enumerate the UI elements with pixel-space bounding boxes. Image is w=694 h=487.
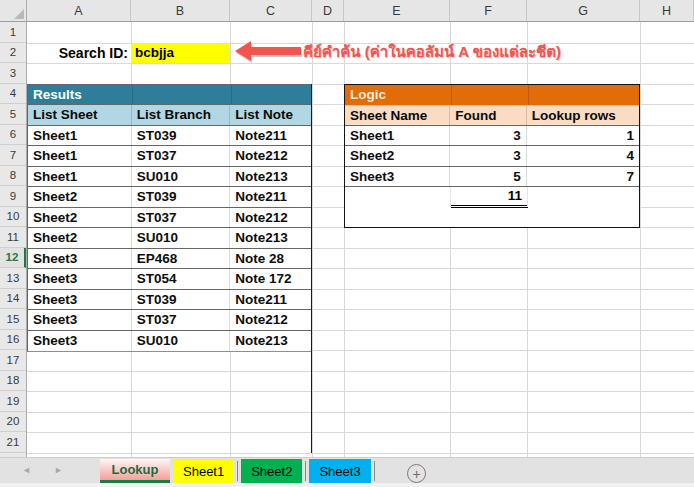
logic-total-row: 11 [345,187,639,208]
cell[interactable]: Sheet2 [28,208,132,228]
cell[interactable]: List Note [230,105,312,125]
results-title: Results [33,87,82,102]
logic-title-cell[interactable]: Logic [345,85,639,106]
cell[interactable]: Found [450,106,526,125]
row-header-20[interactable]: 20 [0,412,26,433]
cell[interactable]: Sheet1 [28,146,132,166]
select-all-corner[interactable] [0,0,27,22]
logic-total-cell[interactable]: 11 [451,187,528,208]
cell[interactable]: Note 172 [230,269,312,289]
row-header-8[interactable]: 8 [0,166,26,187]
cell[interactable]: Sheet2 [28,187,132,207]
cell[interactable]: List Sheet [28,105,132,125]
prev-sheet-icon[interactable]: ◄ [22,465,31,475]
cell[interactable]: Sheet Name [345,106,450,125]
cell[interactable]: Sheet3 [28,269,132,289]
column-header-F[interactable]: F [450,0,527,21]
logic-body: Sheet131Sheet234Sheet357 [345,126,639,188]
cell[interactable]: Note213 [230,167,312,187]
cell[interactable]: SU010 [132,228,231,248]
row-header-6[interactable]: 6 [0,125,26,146]
column-header-A[interactable]: A [27,0,131,21]
row-header-9[interactable]: 9 [0,186,26,207]
cell[interactable]: Note212 [230,208,312,228]
row-header-7[interactable]: 7 [0,145,26,166]
cell[interactable]: Sheet3 [28,249,132,269]
select-all-triangle-icon [14,9,24,19]
cell[interactable]: Sheet3 [28,290,132,310]
cell[interactable]: Note 28 [230,249,312,269]
row-header-21[interactable]: 21 [0,432,26,453]
cell[interactable]: ST039 [132,187,231,207]
cell[interactable]: Note213 [230,228,312,248]
cell[interactable]: ST037 [132,310,231,330]
next-sheet-icon[interactable]: ► [54,465,63,475]
cell[interactable]: ST039 [132,290,231,310]
cell[interactable]: 5 [450,167,526,187]
cell[interactable]: SU010 [132,331,231,352]
column-header-B[interactable]: B [131,0,230,21]
cell[interactable]: 7 [527,167,639,187]
cell[interactable]: 3 [450,126,526,146]
cell[interactable]: 1 [527,126,639,146]
row-header-14[interactable]: 14 [0,289,26,310]
cell[interactable]: Sheet3 [28,331,132,352]
cell[interactable]: Sheet2 [28,228,132,248]
cell[interactable]: Sheet1 [28,126,132,146]
row-headers: 12345678910111213141516171819202122 [0,22,27,457]
cell[interactable]: ST037 [132,208,231,228]
cell[interactable]: EP468 [132,249,231,269]
cell[interactable]: Note212 [230,310,312,330]
add-sheet-button[interactable]: + [407,464,426,483]
search-id-value-cell[interactable]: bcbjja [131,43,230,64]
cell[interactable]: Note211 [230,187,312,207]
cell[interactable]: Sheet3 [345,167,450,187]
results-row: Sheet1ST039Note211 [28,126,312,147]
row-header-5[interactable]: 5 [0,104,26,125]
row-header-18[interactable]: 18 [0,371,26,392]
row-header-3[interactable]: 3 [0,63,26,84]
cell[interactable]: 4 [527,146,639,166]
row-header-19[interactable]: 19 [0,391,26,412]
cell[interactable]: Sheet1 [28,167,132,187]
results-row: Sheet3ST037Note212 [28,310,312,331]
sheet-tabs: LookupSheet1Sheet2Sheet3 [100,459,378,483]
tab-sheet2[interactable]: Sheet2 [241,459,302,483]
cell[interactable]: ST054 [132,269,231,289]
search-id-label-cell[interactable]: Search ID: [27,43,131,64]
cell[interactable]: SU010 [132,167,231,187]
cell[interactable]: Sheet2 [345,146,450,166]
row-header-13[interactable]: 13 [0,268,26,289]
cell[interactable]: Note211 [230,126,312,146]
row-header-16[interactable]: 16 [0,330,26,351]
row-header-17[interactable]: 17 [0,350,26,371]
column-header-H[interactable]: H [640,0,694,21]
cell[interactable]: Note213 [230,331,312,352]
cell[interactable]: Note211 [230,290,312,310]
cell[interactable]: Sheet1 [345,126,450,146]
cell[interactable]: ST037 [132,146,231,166]
row-header-10[interactable]: 10 [0,207,26,228]
column-header-D[interactable]: D [312,0,344,21]
column-header-E[interactable]: E [344,0,450,21]
row-header-1[interactable]: 1 [0,22,26,43]
tab-sheet1[interactable]: Sheet1 [173,459,234,483]
cell[interactable]: Sheet3 [28,310,132,330]
tab-sheet3[interactable]: Sheet3 [309,459,370,483]
results-title-cell[interactable]: Results [28,85,312,106]
row-header-12[interactable]: 12 [0,248,26,269]
cell[interactable]: 3 [450,146,526,166]
sheet-grid[interactable]: Search ID: bcbjja คีย์คำค้น (ค่าในคอลัมน… [27,22,694,457]
cell[interactable]: Note212 [230,146,312,166]
row-header-11[interactable]: 11 [0,227,26,248]
cell[interactable]: ST039 [132,126,231,146]
column-header-C[interactable]: C [230,0,312,21]
row-header-4[interactable]: 4 [0,84,26,105]
cell[interactable]: Lookup rows [527,106,639,125]
row-header-15[interactable]: 15 [0,309,26,330]
results-row: Sheet3EP468Note 28 [28,249,312,270]
cell[interactable]: List Branch [132,105,231,125]
tab-lookup[interactable]: Lookup [100,459,170,483]
column-header-G[interactable]: G [527,0,640,21]
row-header-2[interactable]: 2 [0,43,26,64]
